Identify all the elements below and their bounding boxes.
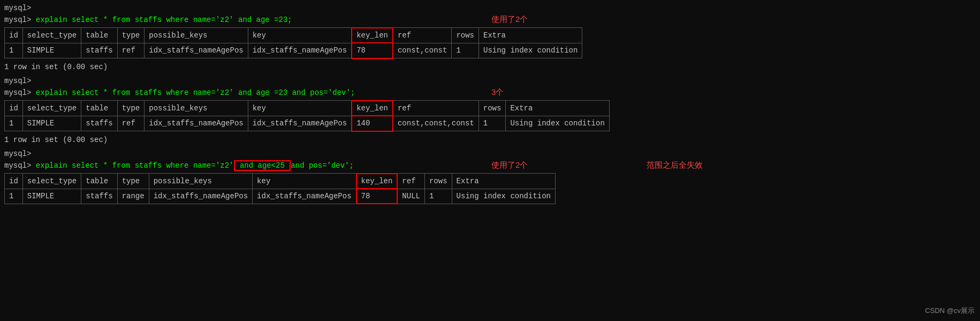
table-header-row-1: id select_type table type possible_keys … xyxy=(5,28,582,43)
td-ref-1: const,const xyxy=(393,43,452,58)
td-table-3: staffs xyxy=(81,189,117,204)
th-ref-2: ref xyxy=(393,101,478,116)
td-key-len-2: 140 xyxy=(352,116,393,131)
section-2: mysql> mysql> explain select * from staf… xyxy=(4,75,976,146)
td-key-3: idx_staffs_nameAgePos xyxy=(253,189,356,204)
td-table-1: staffs xyxy=(81,43,117,58)
td-id-1: 1 xyxy=(5,43,23,58)
command-3a: explain select * from staffs where name=… xyxy=(36,161,234,170)
table-header-row-3: id select_type table type possible_keys … xyxy=(5,174,556,189)
td-rows-3: 1 xyxy=(424,189,452,204)
th-ref-3: ref xyxy=(397,174,424,189)
td-possible-keys-2: idx_staffs_nameAgePos xyxy=(145,116,248,131)
section-1: mysql> mysql> explain select * from staf… xyxy=(4,2,976,73)
td-ref-2: const,const,const xyxy=(393,116,478,131)
prompt-line-5: mysql> xyxy=(4,148,976,160)
section-3: mysql> mysql> explain select * from staf… xyxy=(4,148,976,205)
prompt-6: mysql> xyxy=(4,161,31,170)
th-select-type-1: select_type xyxy=(22,28,81,43)
prompt-4: mysql> xyxy=(4,88,31,97)
th-rows-3: rows xyxy=(424,174,452,189)
th-key-2: key xyxy=(248,101,352,116)
annotation-4: 范围之后全失效 xyxy=(647,159,703,171)
th-possible-keys-1: possible_keys xyxy=(145,28,248,43)
th-extra-1: Extra xyxy=(478,28,582,43)
th-possible-keys-3: possible_keys xyxy=(149,174,252,189)
td-possible-keys-3: idx_staffs_nameAgePos xyxy=(149,189,252,204)
td-key-len-1: 78 xyxy=(352,43,393,58)
th-ref-1: ref xyxy=(393,28,452,43)
command-3b-highlight: and age<25 xyxy=(234,160,291,171)
prompt-line-3: mysql> xyxy=(4,75,976,87)
th-key-len-3: key_len xyxy=(356,174,398,189)
th-key-3: key xyxy=(253,174,356,189)
annotation-2: 3个 xyxy=(491,86,504,99)
th-extra-3: Extra xyxy=(452,174,555,189)
th-type-1: type xyxy=(117,28,145,43)
prompt-2: mysql> xyxy=(4,16,31,24)
row-info-1: 1 row in set (0.00 sec) xyxy=(4,61,976,73)
annotation-3: 使用了2个 xyxy=(491,159,528,171)
table-header-row-2: id select_type table type possible_keys … xyxy=(5,101,610,116)
th-key-len-2: key_len xyxy=(352,101,393,116)
td-select-type-2: SIMPLE xyxy=(22,116,81,131)
table-data-row-1: 1 SIMPLE staffs ref idx_staffs_nameAgePo… xyxy=(5,43,582,58)
td-rows-1: 1 xyxy=(452,43,479,58)
annotation-1: 使用了2个 xyxy=(491,13,528,26)
td-type-1: ref xyxy=(117,43,145,58)
result-table-3: id select_type table type possible_keys … xyxy=(4,173,556,205)
row-info-2: 1 row in set (0.00 sec) xyxy=(4,134,976,146)
td-extra-3: Using index condition xyxy=(452,189,555,204)
td-table-2: staffs xyxy=(81,116,117,131)
result-table-2: id select_type table type possible_keys … xyxy=(4,100,610,132)
th-table-2: table xyxy=(81,101,117,116)
td-type-2: ref xyxy=(117,116,145,131)
th-table-1: table xyxy=(81,28,117,43)
th-possible-keys-2: possible_keys xyxy=(145,101,248,116)
prompt-1: mysql> xyxy=(4,4,31,12)
th-table-3: table xyxy=(81,174,117,189)
td-select-type-3: SIMPLE xyxy=(22,189,81,204)
th-select-type-2: select_type xyxy=(22,101,81,116)
td-select-type-1: SIMPLE xyxy=(22,43,81,58)
th-id-1: id xyxy=(5,28,23,43)
td-rows-2: 1 xyxy=(478,116,506,131)
td-extra-2: Using index condition xyxy=(506,116,609,131)
td-key-len-3: 78 xyxy=(356,189,398,204)
th-key-1: key xyxy=(248,28,352,43)
td-ref-3: NULL xyxy=(397,189,424,204)
command-1: explain select * from staffs where name=… xyxy=(36,16,292,24)
th-rows-1: rows xyxy=(452,28,479,43)
command-2: explain select * from staffs where name=… xyxy=(36,88,355,97)
watermark: CSDN @cv展示 xyxy=(925,306,975,316)
prompt-3: mysql> xyxy=(4,77,31,85)
th-type-2: type xyxy=(117,101,145,116)
td-key-2: idx_staffs_nameAgePos xyxy=(248,116,352,131)
cmd-line-1: mysql> explain select * from staffs wher… xyxy=(4,14,976,26)
th-id-3: id xyxy=(5,174,23,189)
th-id-2: id xyxy=(5,101,23,116)
td-id-2: 1 xyxy=(5,116,23,131)
td-key-1: idx_staffs_nameAgePos xyxy=(248,43,352,58)
td-id-3: 1 xyxy=(5,189,23,204)
cmd-line-3: mysql> explain select * from staffs wher… xyxy=(4,160,976,171)
th-select-type-3: select_type xyxy=(22,174,81,189)
prompt-line-1: mysql> xyxy=(4,2,976,14)
terminal: mysql> mysql> explain select * from staf… xyxy=(0,0,980,207)
command-3c: and pos='dev'; xyxy=(291,161,354,170)
th-key-len-1: key_len xyxy=(352,28,393,43)
table-data-row-2: 1 SIMPLE staffs ref idx_staffs_nameAgePo… xyxy=(5,116,610,131)
th-rows-2: rows xyxy=(478,101,506,116)
th-extra-2: Extra xyxy=(506,101,609,116)
th-type-3: type xyxy=(117,174,149,189)
cmd-line-2: mysql> explain select * from staffs wher… xyxy=(4,87,976,99)
td-possible-keys-1: idx_staffs_nameAgePos xyxy=(145,43,248,58)
result-table-1: id select_type table type possible_keys … xyxy=(4,27,582,59)
prompt-5: mysql> xyxy=(4,150,31,158)
td-extra-1: Using index condition xyxy=(478,43,582,58)
td-type-3: range xyxy=(117,189,149,204)
table-data-row-3: 1 SIMPLE staffs range idx_staffs_nameAge… xyxy=(5,189,556,204)
